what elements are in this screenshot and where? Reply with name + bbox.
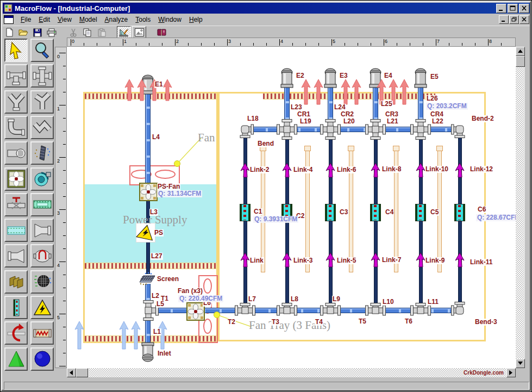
tool-wye-fitting[interactable] (4, 90, 28, 114)
tool-select-pointer[interactable] (4, 39, 28, 62)
vscroll-down-button[interactable] (516, 359, 525, 368)
component-c1[interactable] (240, 204, 251, 221)
vent-e3[interactable] (323, 67, 338, 90)
document-icon[interactable] (4, 15, 14, 24)
fitting-cr3[interactable] (365, 119, 386, 142)
fitting-cr4[interactable] (410, 119, 431, 142)
link-2-arrow[interactable] (240, 163, 250, 180)
vertical-scrollbar[interactable] (516, 47, 525, 368)
tool-spray-screen[interactable] (30, 141, 54, 165)
tool-zoom[interactable] (30, 39, 54, 62)
screen-icon[interactable] (138, 272, 157, 288)
link-9-arrow[interactable] (416, 252, 425, 270)
tool-flex-duct[interactable] (30, 116, 54, 139)
menu-help[interactable]: Help (185, 15, 206, 24)
tool-power-source[interactable] (30, 296, 54, 319)
link-12-arrow[interactable] (455, 163, 465, 180)
perforation-left-mid[interactable] (85, 263, 216, 269)
tool-elbow-fitting[interactable] (4, 116, 28, 139)
link-11-arrow[interactable] (455, 252, 465, 270)
fitting-t3[interactable] (277, 303, 297, 320)
minimize-button[interactable] (496, 4, 506, 13)
tool-heater-coil[interactable] (30, 321, 54, 345)
vent-e5[interactable] (413, 67, 428, 90)
help-book-button[interactable] (155, 27, 168, 38)
perforation-left-bottom[interactable] (85, 335, 216, 342)
drawing-canvas[interactable]: E1E2E3E4E5L23L24L25L26L18CR1CR2CR3CR4L19… (67, 47, 516, 368)
duct-e2-riser[interactable] (284, 87, 290, 121)
vent-e2[interactable] (279, 67, 295, 90)
fitting-bend-3[interactable] (451, 302, 468, 321)
document-close-button[interactable] (520, 15, 529, 24)
tool-cross-fitting[interactable] (30, 64, 54, 88)
tool-rotation[interactable] (4, 321, 28, 345)
link-10-arrow[interactable] (416, 163, 425, 180)
tool-mesh-screen[interactable] (30, 270, 54, 294)
tool-heat-exchanger[interactable] (30, 244, 54, 267)
tool-nozzle[interactable] (4, 244, 28, 267)
component-c4[interactable] (370, 204, 381, 221)
print-button[interactable] (45, 27, 58, 38)
vent-inlet[interactable] (140, 342, 155, 365)
menu-view[interactable]: View (54, 15, 76, 24)
tool-axial-fan[interactable] (4, 167, 28, 191)
link-5-arrow[interactable] (326, 252, 335, 270)
image-view-button[interactable] (132, 26, 146, 39)
link-6-arrow[interactable] (326, 163, 335, 180)
document-restore-button[interactable] (509, 15, 519, 24)
duct-e5-riser[interactable] (418, 87, 423, 121)
menu-file[interactable]: File (17, 15, 35, 24)
menu-model[interactable]: Model (76, 15, 101, 24)
hscroll-track[interactable] (67, 368, 516, 377)
tool-sphere-obstruction[interactable] (30, 347, 54, 371)
component-c3[interactable] (325, 204, 336, 221)
component-c6[interactable] (454, 204, 465, 221)
link-8-arrow[interactable] (371, 163, 380, 180)
fitting-l18[interactable] (236, 121, 254, 140)
vscroll-track[interactable] (516, 47, 525, 368)
copy-button[interactable] (81, 27, 94, 38)
hscroll-right-button[interactable] (506, 368, 516, 377)
new-button[interactable] (3, 27, 16, 38)
fitting-bend-2[interactable] (451, 121, 468, 140)
save-button[interactable] (31, 27, 44, 38)
hscroll-left-button[interactable] (67, 368, 76, 377)
title-bar[interactable]: MacroFlow - [Industrial-Computer] (3, 3, 530, 14)
tool-duct-teal[interactable] (4, 219, 28, 242)
paste-button[interactable] (95, 27, 108, 38)
fitting-t4[interactable] (320, 303, 341, 320)
link-arrow[interactable] (240, 252, 250, 270)
vscroll-thumb[interactable] (516, 56, 525, 67)
fitting-cr1[interactable] (277, 119, 297, 142)
tool-valve[interactable] (4, 193, 28, 216)
menu-analyze[interactable]: Analyze (101, 15, 132, 24)
menu-tools[interactable]: Tools (132, 15, 154, 24)
tool-grille-duct[interactable] (4, 141, 28, 165)
fitting-t2[interactable] (235, 303, 255, 320)
menu-edit[interactable]: Edit (35, 15, 54, 24)
tool-tee-fitting[interactable] (4, 64, 28, 88)
menu-window[interactable]: Window (154, 15, 185, 24)
duct-e3-riser[interactable] (328, 87, 333, 121)
fitting-cr2[interactable] (320, 119, 341, 142)
horizontal-scrollbar[interactable]: CrkDongle.com (67, 368, 516, 377)
tray-fan-icon[interactable] (186, 302, 205, 323)
tool-circuit-board[interactable] (4, 296, 28, 319)
link-7-arrow[interactable] (371, 252, 380, 270)
ps-fan-icon[interactable] (139, 183, 158, 203)
tool-card-stack[interactable] (4, 270, 28, 294)
link-3-arrow[interactable] (282, 252, 292, 270)
tool-blower[interactable] (30, 167, 54, 191)
duct-e1-riser[interactable] (145, 92, 151, 184)
open-button[interactable] (17, 27, 30, 38)
tool-cone-obstruction[interactable] (4, 347, 28, 371)
tool-lateral-wye-fitting[interactable] (30, 90, 54, 114)
vscroll-up-button[interactable] (516, 47, 525, 56)
tool-duct-green[interactable] (30, 193, 54, 216)
close-button[interactable] (519, 4, 529, 13)
maximize-button[interactable] (508, 4, 518, 13)
tool-reducer[interactable] (30, 219, 54, 242)
model-editor-button[interactable] (117, 26, 131, 39)
cut-button[interactable] (67, 27, 80, 38)
link-4-arrow[interactable] (282, 163, 292, 180)
